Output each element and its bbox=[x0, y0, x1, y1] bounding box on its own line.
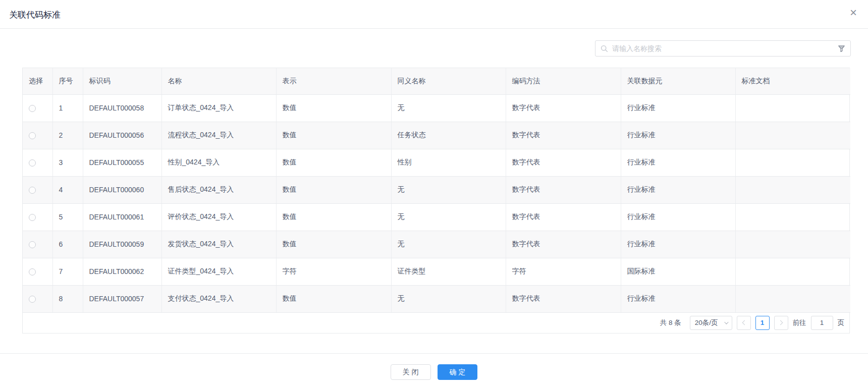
col-header-element: 关联数据元 bbox=[621, 68, 735, 94]
cell-method: 数字代表 bbox=[506, 122, 621, 149]
cell-element: 行业标准 bbox=[621, 122, 735, 149]
cell-code: DEFAULT000059 bbox=[83, 231, 161, 258]
cell-doc bbox=[735, 285, 850, 312]
cell-name: 流程状态_0424_导入 bbox=[161, 122, 276, 149]
cell-synonym: 无 bbox=[391, 231, 506, 258]
cell-name: 评价状态_0424_导入 bbox=[161, 203, 276, 231]
cell-doc bbox=[735, 122, 850, 149]
col-header-doc: 标准文档 bbox=[735, 68, 850, 94]
cell-seq: 4 bbox=[52, 176, 83, 203]
cell-code: DEFAULT000056 bbox=[83, 122, 161, 149]
row-radio[interactable] bbox=[29, 132, 36, 139]
prev-page-button[interactable] bbox=[737, 316, 751, 330]
goto-label: 前往 bbox=[793, 318, 806, 327]
col-header-name: 名称 bbox=[161, 68, 276, 94]
cell-synonym: 无 bbox=[391, 285, 506, 312]
chevron-right-icon bbox=[778, 320, 783, 325]
chevron-down-icon bbox=[724, 320, 728, 324]
cell-repr: 数值 bbox=[276, 231, 391, 258]
cell-doc bbox=[735, 94, 850, 122]
next-page-button[interactable] bbox=[774, 316, 788, 330]
col-header-method: 编码方法 bbox=[506, 68, 621, 94]
table-row: 4 DEFAULT000060 售后状态_0424_导入 数值 无 数字代表 行… bbox=[23, 176, 850, 203]
cell-code: DEFAULT000057 bbox=[83, 285, 161, 312]
cell-doc bbox=[735, 176, 850, 203]
cell-code: DEFAULT000058 bbox=[83, 94, 161, 122]
table-row: 1 DEFAULT000058 订单状态_0424_导入 数值 无 数字代表 行… bbox=[23, 94, 850, 122]
current-page-button[interactable]: 1 bbox=[755, 316, 770, 330]
page-size-value: 20条/页 bbox=[695, 318, 718, 327]
col-header-seq: 序号 bbox=[52, 68, 83, 94]
cell-method: 数字代表 bbox=[506, 176, 621, 203]
cell-repr: 数值 bbox=[276, 122, 391, 149]
table-row: 6 DEFAULT000059 发货状态_0424_导入 数值 无 数字代表 行… bbox=[23, 231, 850, 258]
page-size-select[interactable]: 20条/页 bbox=[690, 316, 732, 330]
cell-seq: 6 bbox=[52, 231, 83, 258]
modal-footer: 关 闭 确 定 bbox=[0, 364, 868, 380]
cell-repr: 数值 bbox=[276, 149, 391, 176]
col-header-repr: 表示 bbox=[276, 68, 391, 94]
row-radio[interactable] bbox=[29, 105, 36, 112]
row-radio[interactable] bbox=[29, 214, 36, 221]
confirm-button[interactable]: 确 定 bbox=[438, 364, 478, 380]
cell-repr: 数值 bbox=[276, 285, 391, 312]
cell-synonym: 无 bbox=[391, 176, 506, 203]
cell-seq: 1 bbox=[52, 94, 83, 122]
cell-element: 行业标准 bbox=[621, 203, 735, 231]
cell-element: 行业标准 bbox=[621, 285, 735, 312]
cell-seq: 5 bbox=[52, 203, 83, 231]
cell-code: DEFAULT000055 bbox=[83, 149, 161, 176]
search-icon bbox=[601, 45, 608, 52]
cell-name: 证件类型_0424_导入 bbox=[161, 258, 276, 285]
cell-seq: 2 bbox=[52, 122, 83, 149]
cell-element: 行业标准 bbox=[621, 94, 735, 122]
cell-doc bbox=[735, 231, 850, 258]
row-radio[interactable] bbox=[29, 268, 36, 275]
cell-name: 性别_0424_导入 bbox=[161, 149, 276, 176]
row-radio[interactable] bbox=[29, 159, 36, 166]
cell-element: 行业标准 bbox=[621, 231, 735, 258]
modal-title: 关联代码标准 bbox=[9, 9, 61, 21]
cell-doc bbox=[735, 258, 850, 285]
row-radio[interactable] bbox=[29, 241, 36, 248]
col-header-code: 标识码 bbox=[83, 68, 161, 94]
total-count: 共 8 条 bbox=[660, 318, 681, 327]
row-radio[interactable] bbox=[29, 296, 36, 303]
filter-funnel-icon[interactable] bbox=[838, 45, 845, 52]
cell-name: 售后状态_0424_导入 bbox=[161, 176, 276, 203]
cell-name: 发货状态_0424_导入 bbox=[161, 231, 276, 258]
col-header-select: 选择 bbox=[23, 68, 52, 94]
modal-header: 关联代码标准 × bbox=[0, 0, 868, 29]
cell-code: DEFAULT000060 bbox=[83, 176, 161, 203]
cell-synonym: 无 bbox=[391, 94, 506, 122]
cell-synonym: 性别 bbox=[391, 149, 506, 176]
cell-code: DEFAULT000062 bbox=[83, 258, 161, 285]
table-row: 3 DEFAULT000055 性别_0424_导入 数值 性别 数字代表 行业… bbox=[23, 149, 850, 176]
cell-name: 订单状态_0424_导入 bbox=[161, 94, 276, 122]
table-row: 8 DEFAULT000057 支付状态_0424_导入 数值 无 数字代表 行… bbox=[23, 285, 850, 312]
close-icon[interactable]: × bbox=[850, 7, 857, 19]
cell-element: 国际标准 bbox=[621, 258, 735, 285]
col-header-synonym: 同义名称 bbox=[391, 68, 506, 94]
table-header-row: 选择 序号 标识码 名称 表示 同义名称 编码方法 关联数据元 标准文档 bbox=[23, 68, 850, 94]
chevron-left-icon bbox=[742, 320, 747, 325]
table-row: 5 DEFAULT000061 评价状态_0424_导入 数值 无 数字代表 行… bbox=[23, 203, 850, 231]
table-row: 2 DEFAULT000056 流程状态_0424_导入 数值 任务状态 数字代… bbox=[23, 122, 850, 149]
cell-method: 数字代表 bbox=[506, 94, 621, 122]
search-input[interactable] bbox=[612, 44, 834, 52]
cell-method: 数字代表 bbox=[506, 149, 621, 176]
cell-doc bbox=[735, 203, 850, 231]
footer-divider bbox=[0, 353, 868, 354]
cell-name: 支付状态_0424_导入 bbox=[161, 285, 276, 312]
row-radio[interactable] bbox=[29, 187, 36, 194]
cell-seq: 7 bbox=[52, 258, 83, 285]
close-button[interactable]: 关 闭 bbox=[391, 364, 431, 380]
cell-repr: 字符 bbox=[276, 258, 391, 285]
pagination: 共 8 条 20条/页 1 前往 页 bbox=[23, 313, 849, 333]
cell-synonym: 无 bbox=[391, 203, 506, 231]
cell-synonym: 证件类型 bbox=[391, 258, 506, 285]
goto-page-input[interactable] bbox=[811, 316, 833, 330]
cell-seq: 8 bbox=[52, 285, 83, 312]
cell-method: 数字代表 bbox=[506, 203, 621, 231]
cell-method: 字符 bbox=[506, 258, 621, 285]
